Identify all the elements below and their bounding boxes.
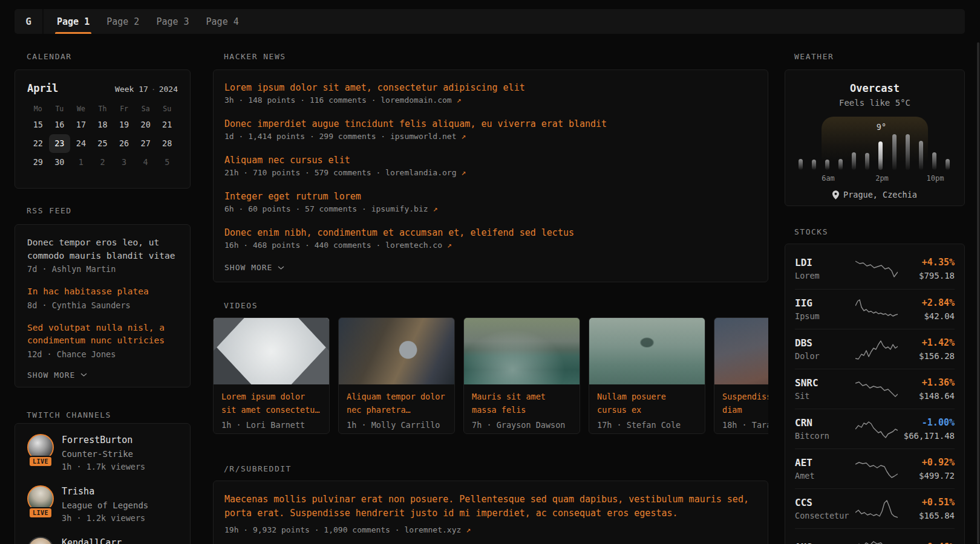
weather-condition: Overcast — [785, 82, 964, 94]
rss-item: Sed volutpat nulla nisl, a condimentum n… — [27, 322, 178, 360]
twitch-section-title: TWITCH CHANNELS — [27, 410, 111, 419]
meta-text: 19h · 9,932 points · 1,090 comments · lo… — [224, 525, 461, 534]
external-link-icon: ↗ — [457, 96, 462, 105]
hackernews-item: Lorem ipsum dolor sit amet, consectetur … — [224, 82, 757, 106]
stock-sparkline — [855, 258, 898, 280]
weather-location-row: Prague, Czechia — [785, 190, 964, 199]
weather-bar — [946, 159, 950, 170]
calendar-day: 20 — [135, 115, 157, 134]
rss-item-title[interactable]: In hac habitasse platea — [27, 285, 178, 299]
stock-row-ldi[interactable]: LDI Lorem +4.35% $795.18 — [795, 249, 955, 289]
video-card[interactable]: Mauris sit amet massa felis 7h · Grayson… — [463, 317, 580, 434]
weather-bar — [865, 153, 869, 170]
weather-current-temp: 9° — [869, 122, 893, 132]
rss-item-title[interactable]: Sed volutpat nulla nisl, a condimentum n… — [27, 322, 178, 348]
hackernews-widget: Lorem ipsum dolor sit amet, consectetur … — [213, 70, 768, 282]
weather-widget: Overcast Feels like 5°C 9° 6am 2pm 10pm … — [785, 70, 965, 206]
live-badge: LIVE — [28, 507, 53, 519]
stocks-section-title: STOCKS — [794, 227, 828, 236]
stock-values: +0.46% — [898, 542, 955, 544]
stock-row-iig[interactable]: IIG Ipsum +2.84% $42.04 — [795, 289, 955, 329]
calendar-day: 21 — [156, 115, 178, 134]
stock-price: $165.84 — [898, 511, 955, 521]
hackernews-item: Donec enim nibh, condimentum et accumsan… — [224, 227, 757, 251]
weekday-label: We — [70, 105, 92, 113]
weather-bar — [825, 160, 829, 170]
video-card[interactable]: Lorem ipsum dolor sit amet consectetu… 1… — [213, 317, 330, 434]
calendar-day: 27 — [135, 134, 157, 153]
separator-dot: · — [151, 85, 156, 94]
stock-price: $156.28 — [898, 351, 955, 361]
rss-show-more-button[interactable]: SHOW MORE — [27, 371, 178, 380]
hackernews-item-title[interactable]: Lorem ipsum dolor sit amet, consectetur … — [224, 82, 757, 94]
calendar-day: 18 — [92, 115, 114, 134]
stock-price: $148.64 — [898, 391, 955, 401]
stock-values: +4.35% $795.18 — [898, 257, 955, 281]
calendar-day: 2 — [92, 153, 114, 172]
weather-bar — [892, 134, 897, 170]
stock-row-aet[interactable]: AET Amet +0.92% $499.72 — [795, 448, 955, 488]
calendar-year: 2024 — [159, 85, 178, 94]
stock-price: $66,171.48 — [898, 431, 955, 441]
hackernews-item-title[interactable]: Aliquam nec cursus elit — [224, 154, 757, 167]
stock-name: Amet — [795, 471, 855, 481]
stock-row-ccs[interactable]: CCS Consectetur +0.51% $165.84 — [795, 488, 955, 528]
hackernews-show-more-button[interactable]: SHOW MORE — [224, 263, 757, 272]
weekday-label: Mo — [27, 105, 49, 113]
stock-row-ahs[interactable]: AHS +0.46% — [795, 528, 955, 544]
rss-item-title[interactable]: Donec tempor eros leo, ut commodo mauris… — [27, 236, 178, 262]
rss-item-meta: 12d · Chance Jones — [27, 348, 178, 360]
stock-change: +2.84% — [898, 297, 955, 309]
weekday-label: Fr — [113, 105, 135, 113]
stock-row-dbs[interactable]: DBS Dolor +1.42% $156.28 — [795, 329, 955, 369]
weather-location: Prague, Czechia — [843, 190, 917, 199]
reddit-post-meta: 19h · 9,932 points · 1,090 comments · lo… — [224, 524, 757, 536]
weekday-label: Su — [156, 105, 178, 113]
calendar-header: April Week 17·2024 — [27, 82, 178, 94]
channel-name: ForrestBurton — [62, 434, 145, 446]
external-link-icon: ↗ — [433, 204, 437, 213]
rss-feed-widget: Donec tempor eros leo, ut commodo mauris… — [15, 224, 191, 387]
weather-section-title: WEATHER — [794, 52, 834, 61]
stock-values: +1.36% $148.64 — [898, 377, 955, 401]
twitch-channels-widget: LIVE ForrestBurton Counter-Strike 1h · 1… — [15, 423, 191, 544]
calendar-day: 15 — [27, 115, 49, 134]
external-link-icon: ↗ — [461, 168, 466, 177]
video-thumbnail — [339, 318, 454, 384]
weather-bar — [906, 134, 910, 170]
video-card[interactable]: Aliquam tempor dolor nec pharetra… 1h · … — [338, 317, 455, 434]
video-title: Aliquam tempor dolor nec pharetra… — [339, 384, 454, 416]
stock-sparkline — [855, 458, 898, 480]
subreddit-section-title: /R/SUBREDDIT — [224, 464, 292, 473]
video-card[interactable]: Nullam posuere cursus ex 17h · Stefan Co… — [589, 317, 705, 434]
stock-symbol: CRN — [795, 417, 855, 429]
right-column: WEATHER Overcast Feels like 5°C 9° 6am 2… — [785, 0, 965, 544]
twitch-channel-trisha[interactable]: LIVE Trisha League of Legends 3h · 1.2k … — [27, 485, 178, 523]
video-thumbnail — [214, 318, 329, 384]
videos-section-title: VIDEOS — [224, 301, 258, 310]
video-card[interactable]: Suspendisse molestie diam 18h · Tara — [714, 317, 768, 434]
twitch-channel-forrestburton[interactable]: LIVE ForrestBurton Counter-Strike 1h · 1… — [27, 434, 178, 472]
hackernews-item-meta: 1d · 1,414 points · 299 comments · ipsum… — [224, 131, 757, 143]
stock-row-snrc[interactable]: SNRC Sit +1.36% $148.64 — [795, 369, 955, 409]
reddit-post: Maecenas mollis pulvinar erat non posuer… — [224, 493, 757, 536]
stock-sparkline — [855, 498, 898, 520]
hackernews-item-title[interactable]: Donec imperdiet augue tincidunt felis al… — [224, 118, 757, 131]
calendar-day: 30 — [49, 153, 71, 172]
location-pin-icon — [832, 190, 839, 199]
stock-symbol: DBS — [795, 337, 855, 349]
stock-row-crn[interactable]: CRN Bitcorn -1.00% $66,171.48 — [795, 409, 955, 448]
page-scrollbar[interactable] — [977, 42, 979, 544]
channel-info: ForrestBurton Counter-Strike 1h · 1.7k v… — [62, 434, 145, 472]
hackernews-item-title[interactable]: Integer eget rutrum lorem — [224, 190, 757, 203]
stock-change: +0.51% — [898, 497, 955, 508]
weekday-label: Tu — [49, 105, 71, 113]
stock-change: +0.92% — [898, 457, 955, 468]
hackernews-item-title[interactable]: Donec enim nibh, condimentum et accumsan… — [224, 227, 757, 239]
external-link-icon: ↗ — [466, 525, 471, 534]
twitch-channel-kendallcarr[interactable]: KendallCarr — [27, 537, 178, 544]
rss-item: Donec tempor eros leo, ut commodo mauris… — [27, 236, 178, 275]
video-meta: 18h · Tara — [714, 416, 768, 430]
avatar-wrap — [27, 537, 54, 544]
reddit-post-title[interactable]: Maecenas mollis pulvinar erat non posuer… — [224, 493, 757, 520]
